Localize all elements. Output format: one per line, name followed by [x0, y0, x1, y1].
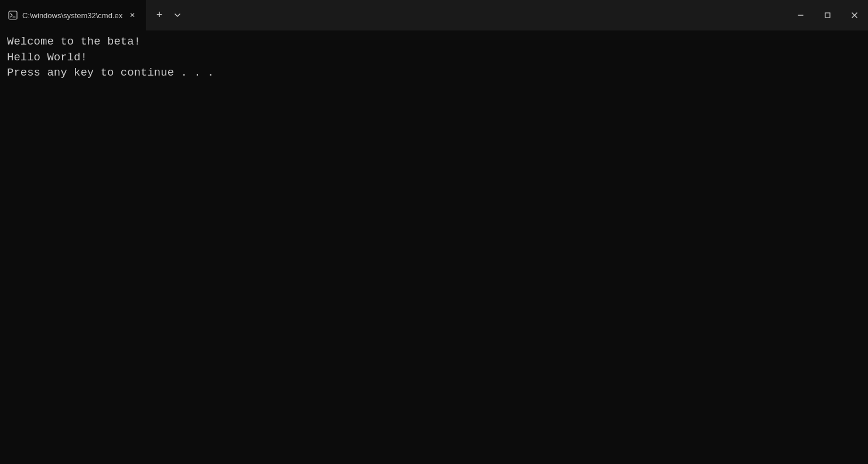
minimize-button[interactable]	[787, 0, 814, 30]
terminal-line-3: Press any key to continue . . .	[7, 65, 861, 81]
tab-close-button[interactable]: ✕	[127, 10, 138, 21]
active-tab[interactable]: C:\windows\system32\cmd.ex ✕	[0, 0, 146, 30]
titlebar-actions: +	[146, 6, 189, 24]
svg-rect-3	[825, 13, 830, 18]
dropdown-button[interactable]	[170, 8, 184, 22]
new-tab-button[interactable]: +	[151, 6, 168, 24]
close-button[interactable]	[841, 0, 868, 30]
terminal-body[interactable]: Welcome to the beta! Hello World! Press …	[0, 30, 868, 464]
svg-rect-0	[9, 11, 17, 19]
maximize-button[interactable]	[814, 0, 841, 30]
terminal-line-2: Hello World!	[7, 50, 861, 66]
window-controls	[787, 0, 868, 30]
terminal-icon	[8, 11, 18, 20]
tab-title: C:\windows\system32\cmd.ex	[22, 11, 122, 20]
titlebar: C:\windows\system32\cmd.ex ✕ +	[0, 0, 868, 30]
terminal-line-1: Welcome to the beta!	[7, 34, 861, 50]
terminal-window: C:\windows\system32\cmd.ex ✕ +	[0, 0, 868, 464]
